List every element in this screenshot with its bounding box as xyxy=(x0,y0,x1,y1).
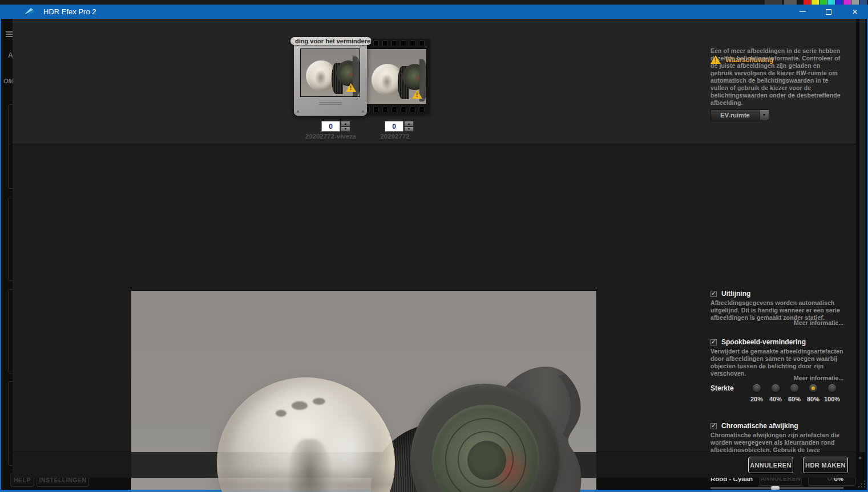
ev-space-dropdown[interactable]: EV-ruimte xyxy=(710,109,769,120)
strength-radio-40[interactable] xyxy=(772,384,780,392)
background-toolbar-fragment xyxy=(784,0,797,5)
strength-option-label: 60% xyxy=(785,396,804,402)
thumbnail-tooltip: ding voor het verminderen va xyxy=(290,37,372,45)
strength-option-label: 100% xyxy=(822,396,842,402)
alignment-title: Uitlijning xyxy=(721,290,750,298)
background-panel-edge xyxy=(859,19,865,452)
spinner-down-button[interactable] xyxy=(404,127,414,132)
dialog-top-section: ding voor het verminderen va xyxy=(13,19,856,144)
ghost-reduction-more-link[interactable]: Meer informatie... xyxy=(710,375,843,381)
color-swatch xyxy=(859,0,867,5)
strength-radio-80[interactable] xyxy=(809,384,817,392)
alignment-more-link[interactable]: Meer informatie... xyxy=(710,319,843,326)
thumbnail-image[interactable]: ! xyxy=(365,48,427,104)
thumbnail-slide[interactable]: ! xyxy=(294,41,367,116)
background-window: A OM HELP INSTELLINGEN ANNULEREN OK ✦ di… xyxy=(1,19,867,490)
warning-triangle-icon: ! xyxy=(710,55,721,64)
strength-radio-20[interactable] xyxy=(753,384,761,392)
color-swatch xyxy=(827,0,835,5)
ev-spinner xyxy=(385,121,414,132)
thumbnail-filename: 20202772-viveza xyxy=(289,133,372,140)
thumbnail-image[interactable]: ! xyxy=(300,48,360,97)
ghost-reduction-title: Spookbeeld-vermindering xyxy=(721,338,806,346)
hdr-merge-dialog: ding voor het verminderen va xyxy=(13,19,856,478)
thumbnail-filmstrip[interactable]: ! xyxy=(362,39,430,114)
ev-value-input[interactable] xyxy=(385,121,403,132)
ev-stepper xyxy=(341,121,350,132)
maximize-icon xyxy=(826,9,831,15)
ev-stepper xyxy=(404,121,414,132)
create-hdr-button-label: HDR MAKEN xyxy=(805,462,846,469)
strength-radio-60[interactable] xyxy=(790,384,798,392)
color-swatch xyxy=(835,0,843,5)
ev-value-input[interactable] xyxy=(321,121,340,132)
create-hdr-button[interactable]: HDR MAKEN xyxy=(803,457,848,473)
color-swatch xyxy=(812,0,819,5)
spinner-up-button[interactable] xyxy=(404,121,414,127)
color-swatch xyxy=(819,0,827,5)
cancel-button-label: ANNULEREN xyxy=(750,462,792,469)
spinner-down-button[interactable] xyxy=(341,127,350,132)
color-swatch xyxy=(851,0,859,5)
app-icon xyxy=(23,7,35,17)
dropdown-arrow-icon[interactable] xyxy=(760,109,769,120)
strength-option-label: 20% xyxy=(747,396,766,402)
drag-handle-icon[interactable] xyxy=(319,100,342,105)
warning-badge-icon: ! xyxy=(346,83,356,92)
background-app-strip xyxy=(0,0,868,5)
ghost-reduction-body-text: Verwijdert de gemaakte afbeeldingsartefa… xyxy=(710,348,843,377)
close-button[interactable]: ✕ xyxy=(842,5,868,19)
resize-grip[interactable] xyxy=(856,479,866,489)
close-icon: ✕ xyxy=(852,8,858,16)
minimize-button[interactable] xyxy=(789,5,815,19)
film-sprocket-holes xyxy=(364,107,428,112)
spinner-up-button[interactable] xyxy=(341,121,350,127)
ev-spinner xyxy=(321,121,350,132)
ghost-reduction-checkbox[interactable] xyxy=(710,339,717,345)
color-swatches xyxy=(804,0,867,5)
strength-option-label: 40% xyxy=(766,396,785,402)
alignment-checkbox[interactable] xyxy=(710,291,717,297)
strength-option-label: 80% xyxy=(804,396,823,402)
minimize-icon xyxy=(800,11,806,12)
chromatic-aberration-checkbox[interactable] xyxy=(710,423,717,429)
thumbnail-filename: 20202772 xyxy=(361,133,429,140)
strength-radio-100[interactable] xyxy=(828,384,836,392)
background-toolbar-fragment xyxy=(765,0,782,5)
maximize-button[interactable] xyxy=(815,5,842,19)
ev-space-dropdown-label: EV-ruimte xyxy=(720,112,749,119)
dialog-main-section: Uitlijning Afbeeldingsgegevens worden au… xyxy=(13,145,856,452)
warning-body-text: Een of meer afbeeldingen in de serie heb… xyxy=(710,47,843,107)
window-border xyxy=(0,19,1,491)
tooltip-text: ding voor het verminderen va xyxy=(295,38,372,44)
color-swatch xyxy=(843,0,851,5)
window-title: HDR Efex Pro 2 xyxy=(43,7,96,16)
alignment-body-text: Afbeeldingsgegevens worden automatisch u… xyxy=(710,299,843,322)
crystal-ball xyxy=(217,377,395,492)
strength-label: Sterkte xyxy=(710,384,734,392)
sparkle-artifact: ✦ xyxy=(858,455,862,461)
cancel-button[interactable]: ANNULEREN xyxy=(748,457,793,473)
chromatic-aberration-title: Chromatische afwijking xyxy=(721,422,798,430)
film-sprocket-holes xyxy=(364,40,428,46)
warning-badge-icon: ! xyxy=(412,90,422,99)
screen: HDR Efex Pro 2 ✕ A OM HELP INSTELLINGEN … xyxy=(0,0,868,492)
titlebar[interactable]: HDR Efex Pro 2 ✕ xyxy=(0,5,868,19)
color-swatch xyxy=(804,0,812,5)
window-controls: ✕ xyxy=(789,5,868,19)
